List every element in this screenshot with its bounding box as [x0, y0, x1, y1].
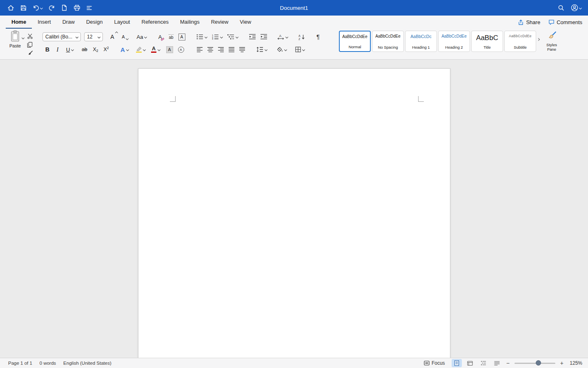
view-draft-button[interactable] [492, 359, 502, 367]
paint-bucket-icon [276, 47, 283, 53]
style-heading-1[interactable]: AaBbCcDc Heading 1 [405, 31, 437, 52]
font-name-select[interactable]: Calibri (Bo... [42, 32, 81, 41]
style-subtitle[interactable]: AaBbCcDdEe Subtitle [504, 31, 536, 52]
cut-button[interactable] [25, 31, 34, 40]
align-right-button[interactable] [216, 45, 225, 54]
redo-icon[interactable] [49, 5, 55, 11]
word-count-status[interactable]: 0 words [40, 361, 56, 366]
undo-menu-chevron-icon[interactable] [40, 6, 43, 9]
print-icon[interactable] [74, 4, 80, 11]
tab-draw[interactable]: Draw [57, 16, 80, 29]
numbering-chevron-icon [220, 35, 223, 38]
page-count-status[interactable]: Page 1 of 1 [8, 361, 32, 366]
increase-indent-button[interactable] [259, 32, 269, 41]
highlight-color-button[interactable] [133, 45, 148, 54]
home-icon[interactable] [7, 4, 14, 11]
view-web-layout-button[interactable] [465, 359, 475, 367]
line-spacing-icon [256, 47, 263, 52]
text-effects-button[interactable]: A [118, 45, 131, 54]
zoom-level-value[interactable]: 125% [568, 360, 582, 366]
numbering-button[interactable]: 123 [211, 32, 224, 41]
style-no-spacing[interactable]: AaBbCcDdEe No Spacing [372, 31, 404, 52]
copy-button[interactable] [25, 40, 34, 49]
save-icon[interactable] [20, 5, 27, 11]
show-paragraph-marks-button[interactable]: ¶ [313, 32, 323, 41]
borders-button[interactable] [292, 45, 307, 54]
tab-review[interactable]: Review [205, 16, 234, 29]
align-center-button[interactable] [206, 45, 215, 54]
language-status[interactable]: English (United States) [63, 361, 111, 366]
style-heading-2[interactable]: AaBbCcDdEe Heading 2 [438, 31, 470, 52]
superscript-button[interactable]: X2 [101, 45, 111, 54]
tab-references[interactable]: References [136, 16, 174, 29]
align-left-icon [197, 47, 203, 52]
shrink-font-button[interactable]: A [118, 32, 128, 41]
tab-view[interactable]: View [234, 16, 257, 29]
tab-design[interactable]: Design [80, 16, 108, 29]
search-icon[interactable] [558, 4, 564, 11]
character-border-button[interactable]: A [176, 32, 187, 41]
multilevel-list-icon [227, 34, 234, 40]
subscript-button[interactable]: X2 [91, 45, 100, 54]
multilevel-list-button[interactable] [226, 32, 239, 41]
paste-menu-chevron-icon[interactable] [22, 36, 24, 39]
bullets-chevron-icon [205, 35, 207, 38]
change-case-button[interactable]: Aa [135, 32, 149, 41]
clear-formatting-button[interactable]: A [155, 32, 165, 41]
tab-home[interactable]: Home [6, 16, 32, 29]
align-center-icon [207, 47, 214, 52]
justify-button[interactable] [227, 45, 236, 54]
style-normal[interactable]: AaBbCcDdEe Normal [339, 31, 371, 52]
bullets-button[interactable] [195, 32, 208, 41]
view-outline-button[interactable] [479, 359, 489, 367]
sort-button[interactable]: AZ [296, 32, 307, 41]
account-button[interactable] [571, 4, 581, 11]
font-size-value: 12 [87, 34, 92, 40]
align-left-button[interactable] [195, 45, 204, 54]
enclose-characters-button[interactable]: A [176, 45, 186, 54]
tab-insert[interactable]: Insert [32, 16, 57, 29]
zoom-in-button[interactable]: + [559, 360, 564, 366]
asian-layout-chevron-icon [285, 35, 288, 38]
document-page[interactable] [138, 68, 450, 358]
styles-pane-button[interactable]: Styles Pane [542, 31, 561, 57]
undo-button[interactable] [33, 5, 42, 11]
format-painter-button[interactable] [25, 49, 34, 58]
zoom-out-button[interactable]: − [506, 360, 510, 366]
font-color-chevron-icon [158, 48, 160, 51]
share-button[interactable]: Share [518, 19, 540, 25]
borders-chevron-icon [302, 48, 305, 51]
line-spacing-button[interactable] [255, 45, 269, 54]
comments-button[interactable]: Comments [548, 19, 582, 25]
distribute-text-button[interactable] [238, 45, 247, 54]
zoom-slider-knob[interactable] [536, 360, 541, 366]
tab-layout[interactable]: Layout [108, 16, 136, 29]
style-title[interactable]: AaBbC Title [471, 31, 503, 52]
underline-button[interactable]: U [63, 45, 77, 54]
styles-gallery-more-icon[interactable] [537, 38, 540, 41]
strikethrough-button[interactable]: ab [79, 45, 90, 54]
grow-font-button[interactable]: A [107, 32, 118, 41]
new-document-icon[interactable] [61, 4, 67, 11]
font-size-select[interactable]: 12 [84, 32, 103, 41]
character-shading-button[interactable]: A [164, 45, 175, 54]
shading-button[interactable] [274, 45, 288, 54]
phonetic-guide-button[interactable]: ab [166, 32, 176, 41]
decrease-indent-button[interactable] [247, 32, 257, 41]
document-area [0, 60, 588, 358]
highlight-chevron-icon [143, 48, 145, 51]
tab-mailings[interactable]: Mailings [174, 16, 205, 29]
focus-toggle[interactable]: Focus [424, 360, 445, 366]
asian-layout-icon: A [277, 34, 284, 40]
toolbar-options-icon[interactable] [87, 6, 92, 10]
bold-button[interactable]: B [43, 45, 51, 54]
italic-button[interactable]: I [54, 45, 61, 54]
font-size-chevron-icon [98, 35, 100, 38]
asian-layout-button[interactable]: A [276, 32, 289, 41]
svg-text:A: A [298, 34, 301, 37]
view-print-layout-button[interactable] [452, 359, 462, 367]
highlighter-pen-icon [136, 47, 142, 51]
zoom-slider[interactable] [514, 363, 555, 364]
font-color-button[interactable]: A [149, 45, 163, 54]
paste-button[interactable]: Paste [6, 30, 24, 57]
